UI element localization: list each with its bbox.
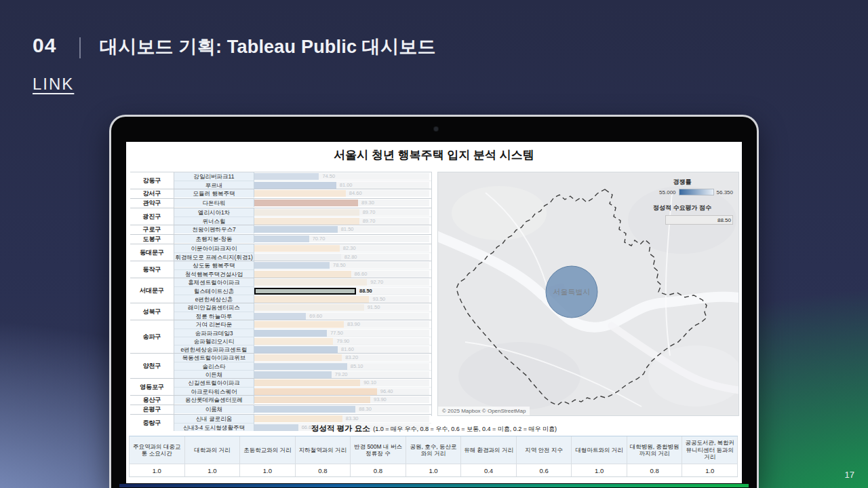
score-bar[interactable] <box>254 379 360 386</box>
housing-bar-row[interactable]: 신길센트럴아이파크90.10 <box>174 379 431 387</box>
eval-column: 대형마트와의 거리1.0 <box>572 436 627 476</box>
district-group: 은평구이룸채88.30 <box>130 405 431 415</box>
housing-name: 상도동 행복주택 <box>174 261 254 269</box>
score-value-label: 93.50 <box>372 295 385 303</box>
district-group: 성북구래미안길음센터피스91.50정릉 하늘마루69.60 <box>130 303 431 320</box>
score-bar[interactable] <box>254 236 309 242</box>
housing-bar-row[interactable]: 다온타워89.30 <box>174 199 431 207</box>
score-bar[interactable] <box>254 271 351 278</box>
eval-table-scale: (1.0 = 매우 우수, 0.8 = 우수, 0.6 = 보통, 0.4 = … <box>373 426 557 432</box>
score-value-label: 81.50 <box>341 225 354 233</box>
score-value-label: 93.90 <box>374 396 387 404</box>
housing-name: 송파헬리오시티 <box>174 337 254 345</box>
score-bar[interactable] <box>254 245 340 252</box>
bar-area: 81.50 <box>254 225 431 233</box>
score-bar[interactable] <box>254 218 359 225</box>
housing-bar-row[interactable]: 이룸채88.30 <box>174 405 431 413</box>
score-bar[interactable] <box>254 173 319 180</box>
bar-area: 79.20 <box>254 370 431 378</box>
eval-column-value: 1.0 <box>572 464 627 476</box>
score-bar-selected[interactable] <box>254 288 356 295</box>
housing-bar-row[interactable]: 청석행복주택건설사업86.60 <box>174 269 431 278</box>
housing-bar-row[interactable]: 목동센트럴아이파크위브83.20 <box>174 354 431 362</box>
laptop-hinge-strip <box>119 484 749 487</box>
district-label: 용산구 <box>130 396 174 405</box>
score-bar[interactable] <box>254 190 346 197</box>
district-bar-chart: 강동구강일리버파크1174.50푸르내81.00강서구모듈러 행복주택84.60… <box>130 172 432 416</box>
score-bar[interactable] <box>254 406 355 413</box>
title-divider <box>79 37 81 58</box>
map-terrain-patch <box>452 186 547 240</box>
score-bar[interactable] <box>254 304 364 311</box>
housing-bar-row[interactable]: 송파헬리오시티79.90 <box>174 337 431 345</box>
slide-number: 04 <box>33 34 56 57</box>
score-bar[interactable] <box>254 200 358 206</box>
score-bar[interactable] <box>254 254 341 261</box>
score-bar[interactable] <box>254 346 338 353</box>
map-attribution[interactable]: © 2025 Mapbox © OpenStreetMap <box>438 407 530 415</box>
housing-bar-row[interactable]: 이든채79.20 <box>174 370 431 378</box>
housing-bar-row[interactable]: 위너스힐89.70 <box>174 217 431 225</box>
housing-bar-row[interactable]: 힐스테이트신촌88.50 <box>174 286 431 295</box>
eval-column: 공공도서관, 복합커뮤니티센터 등과의 거리1.0 <box>682 436 738 476</box>
housing-bar-row[interactable]: 상도동 행복주택78.50 <box>174 261 431 269</box>
housing-bar-row[interactable]: 용산롯데캐슬센터포레93.90 <box>174 396 431 404</box>
score-value-label: 88.30 <box>359 405 372 413</box>
score-bar[interactable] <box>254 182 336 189</box>
score-bar[interactable] <box>254 262 330 269</box>
housing-bar-row[interactable]: 강일리버파크1174.50 <box>174 172 431 181</box>
score-bar[interactable] <box>254 279 367 286</box>
housing-bar-row[interactable]: 홍제센트럴아이파크92.70 <box>174 278 431 286</box>
score-bar[interactable] <box>254 363 347 370</box>
district-label: 동작구 <box>130 261 174 278</box>
webcam-icon <box>434 127 438 131</box>
district-group: 동작구상도동 행복주택78.50청석행복주택건설사업86.60 <box>130 261 431 278</box>
size-legend-bar: 88.50 <box>665 215 733 225</box>
score-bar[interactable] <box>254 354 342 361</box>
housing-name: 엘리시아1차 <box>174 208 254 217</box>
score-bar[interactable] <box>254 209 359 216</box>
district-group: 양천구목동센트럴아이파크위브83.20솔리스타85.10이든채79.20 <box>130 354 431 379</box>
score-bar[interactable] <box>254 226 338 233</box>
housing-bar-row[interactable]: e편한세상신촌93.50 <box>174 295 431 303</box>
housing-bar-row[interactable]: 엘리시아1차89.70 <box>174 208 431 217</box>
score-bar[interactable] <box>254 338 333 345</box>
score-value-label: 89.70 <box>363 217 376 225</box>
eval-column-value: 0.8 <box>627 464 682 476</box>
score-value-label: 82.30 <box>343 244 356 252</box>
housing-bar-row[interactable]: 송파파크데일377.50 <box>174 329 431 337</box>
district-label: 강서구 <box>130 189 174 198</box>
housing-bar-row[interactable]: 푸르내81.00 <box>174 181 431 189</box>
housing-bar-row[interactable]: 솔리스타85.10 <box>174 362 431 370</box>
score-bar[interactable] <box>254 330 327 337</box>
housing-bar-row[interactable]: 아크로타워스퀘어96.40 <box>174 387 431 395</box>
housing-bar-row[interactable]: 모듈러 행복주택84.60 <box>174 189 431 198</box>
housing-bar-row[interactable]: 거여 리본타운83.90 <box>174 320 431 329</box>
housing-name: 래미안길음센터피스 <box>174 303 254 312</box>
score-bar[interactable] <box>254 321 344 328</box>
housing-bar-row[interactable]: e편한세상송파파크센트럴81.60 <box>174 345 431 353</box>
score-bar[interactable] <box>254 388 377 395</box>
eval-column-value: 0.8 <box>351 464 406 476</box>
score-bar[interactable] <box>254 313 306 320</box>
link-hyperlink[interactable]: LINK <box>33 75 74 94</box>
housing-bar-row[interactable]: 래미안길음센터피스91.50 <box>174 303 431 312</box>
bar-area: 89.30 <box>254 199 431 207</box>
housing-bar-row[interactable]: 정릉 하늘마루69.60 <box>174 312 431 320</box>
score-bar[interactable] <box>254 296 369 303</box>
score-bar[interactable] <box>254 396 370 403</box>
district-label: 구로구 <box>130 225 174 234</box>
bar-area: 81.00 <box>254 181 431 189</box>
housing-bar-row[interactable]: 이문아이파크자이82.30 <box>174 244 431 252</box>
housing-bar-row[interactable]: 휘경해모로 프레스티지(휘경1)82.80 <box>174 252 431 261</box>
score-value-label: 74.50 <box>322 172 335 181</box>
color-gradient-bar <box>679 189 714 195</box>
score-value-label: 69.60 <box>309 312 322 320</box>
district-label: 광진구 <box>130 208 174 225</box>
district-group: 동대문구이문아이파크자이82.30휘경해모로 프레스티지(휘경1)82.80 <box>130 244 431 261</box>
housing-bar-row[interactable]: 천왕이펜하우스781.50 <box>174 225 431 233</box>
bar-area: 83.90 <box>254 320 431 329</box>
housing-bar-row[interactable]: 초행지봉-창동70.70 <box>174 235 431 243</box>
district-label: 성북구 <box>130 303 174 320</box>
score-bar[interactable] <box>254 371 332 378</box>
